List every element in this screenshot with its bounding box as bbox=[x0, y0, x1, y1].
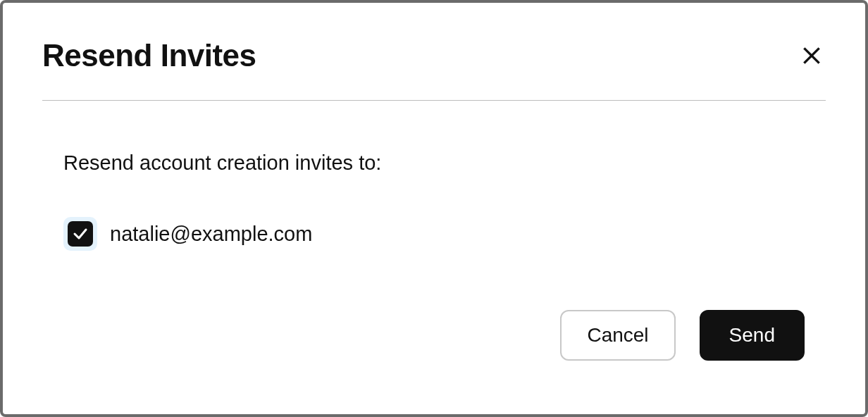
dialog-title: Resend Invites bbox=[42, 38, 256, 73]
invite-checkbox[interactable] bbox=[63, 217, 97, 251]
resend-invites-dialog: Resend Invites Resend account creation i… bbox=[0, 0, 868, 417]
dialog-footer: Cancel Send bbox=[42, 310, 826, 386]
invite-email: natalie@example.com bbox=[110, 223, 312, 246]
dialog-header: Resend Invites bbox=[42, 38, 826, 101]
close-button[interactable] bbox=[798, 42, 826, 70]
send-button[interactable]: Send bbox=[700, 310, 805, 361]
dialog-body: Resend account creation invites to: nata… bbox=[42, 101, 826, 310]
close-icon bbox=[800, 44, 823, 67]
checkbox-checked-icon bbox=[68, 221, 93, 247]
prompt-text: Resend account creation invites to: bbox=[63, 151, 826, 175]
invite-row: natalie@example.com bbox=[63, 217, 826, 251]
cancel-button[interactable]: Cancel bbox=[560, 310, 675, 361]
